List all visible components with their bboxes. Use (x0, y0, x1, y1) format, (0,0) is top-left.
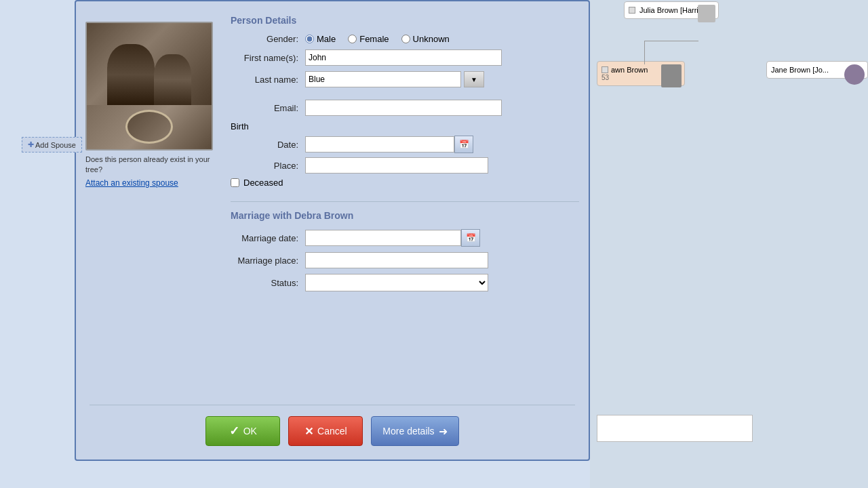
photo-panel: Does this person already exist in your t… (85, 22, 221, 188)
arrow-right-icon: ➜ (439, 425, 448, 438)
calendar-icon-2: 📅 (466, 233, 476, 243)
node-name2: awn Brown (611, 66, 648, 74)
ok-button[interactable]: ✓ OK (205, 416, 280, 446)
x-icon: ✕ (304, 425, 313, 438)
node-photo (698, 5, 715, 22)
firstname-row: First name(s): (231, 49, 579, 66)
email-label: Email: (231, 103, 305, 113)
cancel-button[interactable]: ✕ Cancel (288, 416, 363, 446)
birth-place-label: Place: (231, 161, 305, 171)
birth-date-input-group: 📅 (305, 136, 473, 153)
marriage-place-input[interactable] (305, 252, 488, 268)
photo-main (87, 23, 212, 105)
node-photo3 (844, 64, 865, 85)
photo-oval (87, 105, 212, 149)
spacer1 (231, 93, 579, 100)
lastname-input-group: ▼ (305, 71, 484, 87)
node-photo2 (661, 64, 682, 87)
footer-buttons: ✓ OK ✕ Cancel More details ➜ (76, 416, 589, 446)
marriage-place-label: Marriage place: (231, 256, 305, 266)
marriage-place-row: Marriage place: (231, 252, 579, 268)
oval-frame (125, 110, 173, 144)
node-icon (629, 7, 635, 14)
form-panel: Person Details Gender: Male Female Unkno… (231, 15, 579, 297)
gender-male-label: Male (317, 34, 336, 44)
lastname-input[interactable] (305, 71, 461, 87)
email-row: Email: (231, 100, 579, 116)
status-select[interactable] (305, 274, 488, 291)
firstname-input[interactable] (305, 49, 502, 66)
lastname-label: Last name: (231, 75, 305, 85)
gender-label: Gender: (231, 34, 305, 44)
calendar-icon: 📅 (459, 140, 469, 149)
status-row: Status: (231, 274, 579, 291)
birth-date-label: Date: (231, 140, 305, 150)
marriage-date-calendar-button[interactable]: 📅 (461, 229, 480, 247)
deceased-row: Deceased (231, 178, 579, 188)
deceased-label: Deceased (243, 178, 283, 188)
marriage-date-input-group: 📅 (305, 229, 480, 247)
add-spouse-label: Add Spouse (35, 141, 76, 149)
birth-date-input[interactable] (305, 136, 454, 152)
email-input[interactable] (305, 100, 502, 116)
deceased-checkbox[interactable] (231, 178, 239, 187)
family-tree-panel: Julia Brown [Harrison] awn Brown 53 Jane… (590, 0, 868, 488)
gender-female-label: Female (359, 34, 389, 44)
gender-female-option[interactable]: Female (348, 34, 389, 44)
connector1 (644, 41, 645, 64)
cancel-label: Cancel (317, 426, 347, 436)
birth-date-row: Date: 📅 (231, 136, 579, 153)
add-spouse-button[interactable]: ✚ Add Spouse (22, 137, 82, 152)
node-icon2 (601, 66, 608, 73)
marriage-date-input[interactable] (305, 230, 461, 246)
chevron-down-icon: ▼ (471, 76, 477, 83)
gender-male-option[interactable]: Male (305, 34, 336, 44)
status-label: Status: (231, 278, 305, 288)
connector2 (644, 41, 698, 41)
person-details-title: Person Details (231, 15, 579, 26)
info-box (597, 415, 753, 442)
attach-existing-link[interactable]: Attach an existing spouse (85, 178, 221, 188)
birth-place-row: Place: (231, 157, 579, 174)
checkmark-icon: ✓ (229, 424, 239, 439)
more-details-button[interactable]: More details ➜ (371, 416, 458, 446)
birth-place-input[interactable] (305, 157, 488, 174)
tree-node-brown: awn Brown 53 (597, 61, 685, 86)
gender-male-radio[interactable] (305, 35, 314, 43)
person-dialog: ✚ Add Spouse Does this person already ex… (75, 0, 590, 461)
birth-date-calendar-button[interactable]: 📅 (454, 136, 473, 153)
gender-radio-group: Male Female Unknown (305, 34, 450, 44)
photo-frame (85, 22, 213, 150)
marriage-title: Marriage with Debra Brown (231, 210, 579, 221)
birth-section: Birth Date: 📅 Place: (231, 121, 579, 174)
more-details-label: More details (382, 426, 434, 436)
tree-node-jane: Jane Brown [Jo... (766, 61, 868, 79)
silhouette-2 (154, 54, 191, 105)
gender-unknown-option[interactable]: Unknown (401, 34, 450, 44)
gender-female-radio[interactable] (348, 35, 357, 43)
photo-question: Does this person already exist in your t… (85, 155, 221, 176)
lastname-dropdown-button[interactable]: ▼ (464, 71, 484, 87)
add-spouse-icon: ✚ (28, 140, 34, 149)
silhouette-1 (107, 44, 155, 105)
firstname-label: First name(s): (231, 53, 305, 63)
node-name3: Jane Brown [Jo... (771, 66, 829, 74)
lastname-row: Last name: ▼ (231, 71, 579, 87)
marriage-section: Marriage with Debra Brown Marriage date:… (231, 201, 579, 291)
gender-unknown-label: Unknown (413, 34, 450, 44)
gender-row: Gender: Male Female Unknown (231, 34, 579, 44)
gender-unknown-radio[interactable] (401, 35, 410, 43)
status-select-group (305, 274, 488, 291)
marriage-date-row: Marriage date: 📅 (231, 229, 579, 247)
birth-label: Birth (231, 121, 579, 131)
marriage-date-label: Marriage date: (231, 233, 305, 243)
separator-line (90, 405, 575, 405)
ok-label: OK (243, 426, 257, 436)
tree-node-julia: Julia Brown [Harrison] (624, 1, 719, 19)
